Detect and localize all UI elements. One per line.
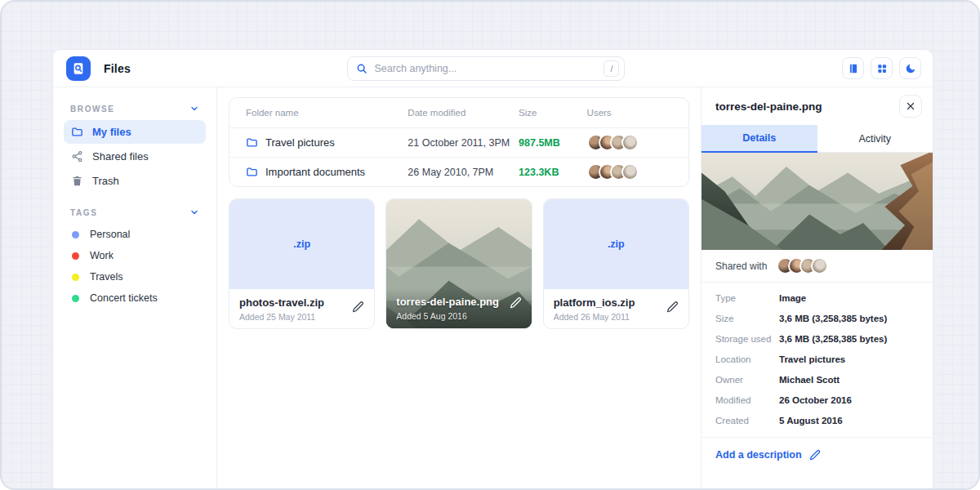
tag-color-dot	[72, 274, 79, 281]
detail-label: Type	[715, 293, 779, 303]
share-icon	[71, 150, 83, 163]
detail-row-location: Location Travel pictures	[715, 349, 919, 369]
file-preview-image	[702, 153, 933, 250]
tag-label: Concert tickets	[90, 292, 158, 304]
tag-label: Personal	[90, 229, 130, 240]
detail-label: Storage used	[715, 334, 779, 344]
close-panel-button[interactable]	[899, 95, 922, 118]
details-tabs: Details Activity	[702, 125, 933, 153]
search-input[interactable]	[374, 63, 604, 74]
mountain-photo	[702, 153, 933, 250]
folder-icon	[246, 136, 258, 149]
zip-preview: .zip	[229, 199, 374, 289]
grid-view-button[interactable]	[871, 57, 893, 79]
sidebar-item-trash[interactable]: Trash	[64, 169, 206, 193]
detail-value: Travel pictures	[779, 354, 845, 364]
tag-item-travels[interactable]: Travels	[64, 266, 206, 287]
tag-item-personal[interactable]: Personal	[64, 224, 206, 245]
file-card-torres-del-paine[interactable]: torres-del-paine.png Added 5 Aug 2016	[385, 198, 532, 329]
detail-label: Size	[715, 314, 779, 323]
tags-section-label: TAGS	[70, 208, 97, 217]
sidebar-item-shared-files[interactable]: Shared files	[64, 145, 206, 168]
file-cards-row: .zip photos-travel.zip Added 25 May 2011	[229, 198, 689, 329]
table-row-important-documents[interactable]: Important documents 26 May 2010, 7PM 123…	[229, 157, 688, 186]
user-avatars	[587, 134, 672, 151]
column-header-date-modified: Date modified	[408, 108, 519, 118]
file-name: platform_ios.zip	[554, 296, 679, 309]
sidebar-item-label: Shared files	[92, 150, 149, 163]
column-header-size: Size	[519, 108, 587, 118]
chevron-down-icon[interactable]	[189, 207, 199, 217]
avatar	[811, 257, 828, 274]
tab-activity[interactable]: Activity	[817, 125, 933, 153]
sidebar: BROWSE My files Shared files Trash	[53, 87, 217, 490]
shared-with-label: Shared with	[715, 261, 767, 272]
detail-value: 3,6 MB (3,258,385 bytes)	[779, 334, 887, 344]
rename-button[interactable]	[510, 296, 522, 309]
tag-label: Work	[90, 250, 114, 261]
selected-file-title: torres-del-paine.png	[715, 100, 822, 113]
folder-name: Important documents	[265, 166, 365, 178]
tags-section-header: TAGS	[64, 207, 206, 217]
file-card-platform-ios[interactable]: .zip platform_ios.zip Added 26 May 2011	[543, 198, 689, 329]
shared-with-row: Shared with	[702, 250, 933, 283]
detail-row-storage-used: Storage used 3,6 MB (3,258,385 bytes)	[715, 328, 919, 349]
search-icon	[356, 63, 368, 74]
chevron-down-icon[interactable]	[189, 104, 199, 114]
file-added-date: Added 25 May 2011	[239, 312, 364, 322]
rename-button[interactable]	[352, 301, 364, 313]
date-modified: 21 October 2011, 3PM	[408, 137, 519, 149]
date-modified: 26 May 2010, 7PM	[408, 167, 519, 178]
detail-value: 3,6 MB (3,258,385 bytes)	[779, 314, 887, 323]
tag-item-work[interactable]: Work	[64, 245, 206, 266]
avatar	[621, 134, 639, 151]
pencil-icon	[352, 301, 364, 313]
search-bar: /	[347, 56, 625, 81]
app-title: Files	[104, 62, 131, 75]
trash-icon	[71, 175, 83, 187]
main-content: Folder name Date modified Size Users Tra…	[217, 87, 701, 490]
sidebar-item-my-files[interactable]: My files	[64, 120, 206, 144]
detail-row-created: Created 5 August 2016	[715, 410, 919, 430]
app-header: Files /	[53, 50, 933, 87]
detail-value: Michael Scott	[779, 375, 840, 385]
folder-name: Travel pictures	[265, 136, 335, 149]
dark-mode-button[interactable]	[899, 57, 921, 79]
moon-icon	[905, 63, 916, 74]
file-added-date: Added 26 May 2011	[554, 312, 679, 322]
tag-item-concert-tickets[interactable]: Concert tickets	[64, 287, 206, 309]
app-logo-icon	[66, 56, 91, 81]
header-actions	[842, 57, 921, 79]
sidebar-item-label: Trash	[92, 175, 119, 187]
file-card-photos-travel[interactable]: .zip photos-travel.zip Added 25 May 2011	[229, 198, 375, 329]
avatar	[621, 163, 639, 180]
tag-color-dot	[72, 295, 79, 302]
detail-row-modified: Modified 26 October 2016	[715, 390, 919, 410]
detail-value: Image	[779, 293, 806, 303]
detail-label: Modified	[715, 395, 779, 405]
detail-label: Owner	[715, 375, 779, 385]
table-header-row: Folder name Date modified Size Users	[229, 98, 688, 127]
page-background: Files /	[0, 0, 980, 490]
folder-icon	[71, 126, 83, 138]
search-shortcut-key: /	[604, 60, 619, 77]
detail-label: Location	[715, 354, 779, 364]
browse-section-header: BROWSE	[64, 104, 206, 114]
detail-value: 26 October 2016	[779, 395, 852, 405]
detail-value: 5 August 2016	[779, 416, 843, 425]
rename-button[interactable]	[666, 301, 679, 313]
header-center: /	[131, 56, 842, 81]
sidebar-item-label: My files	[92, 126, 131, 138]
add-description-button[interactable]: Add a description	[702, 438, 933, 472]
shared-avatars	[777, 257, 828, 274]
pencil-icon	[510, 296, 522, 309]
grid-icon	[876, 63, 888, 74]
tag-label: Travels	[90, 271, 123, 283]
notebook-button[interactable]	[842, 57, 864, 79]
add-description-label: Add a description	[715, 449, 802, 461]
tab-details[interactable]: Details	[702, 125, 817, 153]
column-header-users: Users	[587, 108, 672, 118]
detail-row-owner: Owner Michael Scott	[715, 369, 919, 390]
table-row-travel-pictures[interactable]: Travel pictures 21 October 2011, 3PM 987…	[229, 127, 688, 157]
browse-section-label: BROWSE	[70, 105, 115, 114]
